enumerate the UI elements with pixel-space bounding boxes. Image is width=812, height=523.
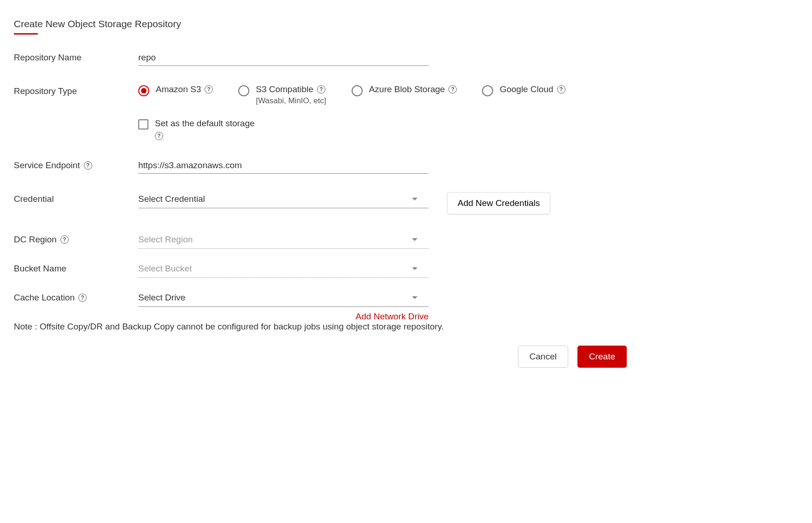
dropdown-credential[interactable]: Select Credential [138, 192, 429, 208]
row-bucket-name: Bucket Name Select Bucket [14, 262, 627, 278]
row-repository-name: Repository Name [14, 51, 627, 66]
chevron-down-icon [412, 267, 418, 270]
radio-azure[interactable]: Azure Blob Storage ? [352, 84, 457, 106]
chevron-down-icon [412, 238, 418, 241]
page-title-container: Create New Object Storage Repository [14, 18, 181, 35]
dropdown-dc-region[interactable]: Select Region [138, 233, 429, 249]
label-dc-region: DC Region [14, 235, 57, 245]
help-icon[interactable]: ? [557, 85, 565, 94]
add-credentials-button[interactable]: Add New Credentials [447, 192, 550, 214]
dropdown-value-bucket: Select Bucket [138, 264, 192, 274]
checkbox-default-storage[interactable] [138, 119, 148, 129]
help-icon[interactable]: ? [60, 235, 69, 244]
label-repository-type: Repository Type [14, 84, 138, 96]
radio-label-azure: Azure Blob Storage [369, 84, 445, 94]
row-service-endpoint: Service Endpoint ? [14, 159, 627, 174]
help-icon[interactable]: ? [84, 161, 92, 170]
label-repository-name: Repository Name [14, 51, 138, 63]
radio-indicator-selected [138, 85, 149, 96]
create-button[interactable]: Create [577, 346, 627, 368]
title-underline [14, 33, 38, 35]
dropdown-value-dc-region: Select Region [138, 235, 193, 245]
radio-group-repository-type: Amazon S3 ? S3 Compatible ? [Wasabi, Min… [138, 84, 599, 106]
row-cache-location: Cache Location ? Select Drive Add Networ… [14, 291, 627, 322]
help-icon[interactable]: ? [155, 132, 163, 140]
radio-indicator [352, 85, 363, 96]
help-icon[interactable]: ? [448, 85, 457, 94]
chevron-down-icon [412, 296, 418, 299]
dropdown-cache-location[interactable]: Select Drive [138, 291, 429, 307]
radio-label-amazon-s3: Amazon S3 [156, 84, 201, 94]
chevron-down-icon [412, 198, 418, 200]
label-bucket-name: Bucket Name [14, 262, 138, 274]
dropdown-value-cache: Select Drive [138, 293, 185, 303]
radio-s3-compatible[interactable]: S3 Compatible ? [Wasabi, MinIO, etc] [238, 84, 326, 106]
radio-indicator [238, 85, 249, 96]
help-icon[interactable]: ? [78, 294, 87, 302]
radio-label-google: Google Cloud [500, 84, 553, 94]
input-repository-name[interactable] [138, 51, 429, 66]
row-repository-type: Repository Type Amazon S3 ? [14, 84, 627, 140]
help-icon[interactable]: ? [317, 85, 325, 94]
note-text: Note : Offsite Copy/DR and Backup Copy c… [14, 322, 627, 332]
dropdown-value-credential: Select Credential [138, 194, 205, 204]
page-title: Create New Object Storage Repository [14, 18, 181, 33]
label-cache-location: Cache Location [14, 293, 75, 303]
form-container: Repository Name Repository Type Amazon S… [14, 51, 627, 368]
radio-indicator [482, 85, 493, 96]
radio-amazon-s3[interactable]: Amazon S3 ? [138, 84, 213, 106]
dropdown-bucket[interactable]: Select Bucket [138, 262, 429, 278]
input-service-endpoint[interactable] [138, 159, 429, 174]
radio-sublabel-s3-compatible: [Wasabi, MinIO, etc] [256, 96, 326, 106]
help-icon[interactable]: ? [205, 85, 213, 94]
checkbox-default-storage-row: Set as the default storage ? [138, 118, 627, 140]
checkbox-label-default-storage: Set as the default storage [155, 118, 255, 129]
add-network-drive-link[interactable]: Add Network Drive [138, 311, 429, 322]
footer-actions: Cancel Create [14, 346, 627, 368]
radio-label-s3-compatible: S3 Compatible [256, 84, 313, 94]
cancel-button[interactable]: Cancel [518, 346, 568, 368]
row-dc-region: DC Region ? Select Region [14, 233, 627, 249]
label-credential: Credential [14, 192, 138, 204]
label-service-endpoint: Service Endpoint [14, 160, 80, 170]
radio-google[interactable]: Google Cloud ? [482, 84, 565, 106]
row-credential: Credential Select Credential Add New Cre… [14, 192, 627, 214]
